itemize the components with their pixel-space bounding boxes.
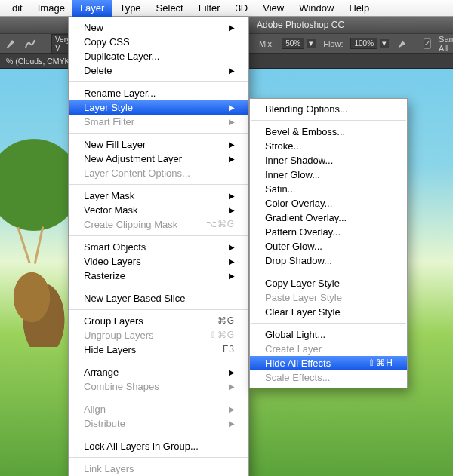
layer-menu-item[interactable]: New Fill Layer▶ [69, 137, 248, 152]
layer-menu-item[interactable]: Delete▶ [69, 63, 248, 78]
menu-select[interactable]: Select [149, 0, 191, 17]
menu-item-label: Hide All Effects [265, 356, 331, 370]
submenu-arrow-icon: ▶ [229, 152, 235, 166]
document-tab-label: % (Clouds, CMYK [6, 57, 70, 66]
layer-style-menu-item[interactable]: Bevel & Emboss... [250, 124, 407, 139]
menu-item-label: Create Clipping Mask [84, 217, 177, 232]
tool-icon[interactable] [5, 37, 17, 51]
layer-menu-item[interactable]: Smart Objects▶ [69, 240, 248, 254]
menu-shortcut: F3 [223, 342, 235, 357]
menu-item-label: Rename Layer... [84, 86, 156, 100]
menu-separator [69, 184, 248, 185]
layer-style-menu-item[interactable]: Copy Layer Style [250, 276, 407, 290]
menu-item-label: Smart Objects [84, 240, 146, 254]
submenu-arrow-icon: ▶ [229, 189, 235, 203]
submenu-arrow-icon: ▶ [229, 115, 235, 129]
submenu-arrow-icon: ▶ [229, 137, 235, 152]
submenu-arrow-icon: ▶ [229, 100, 235, 115]
menu-view[interactable]: View [255, 0, 291, 17]
menu-help[interactable]: Help [341, 0, 377, 17]
layer-menu-item[interactable]: New Layer Based Slice [69, 291, 248, 306]
layer-menu-item[interactable]: Rasterize▶ [69, 269, 248, 283]
menu-filter[interactable]: Filter [191, 0, 228, 17]
menu-item-label: New Layer Based Slice [84, 291, 185, 306]
menu-item-label: Hide Layers [84, 342, 136, 357]
layer-style-menu-item[interactable]: Satin... [250, 182, 407, 196]
layer-style-menu-item[interactable]: Inner Shadow... [250, 153, 407, 167]
menu-image[interactable]: Image [30, 0, 72, 17]
layer-menu-item[interactable]: Rename Layer... [69, 86, 248, 100]
menu-shortcut: ⌘G [217, 314, 235, 328]
menu-item-label: Rasterize [84, 269, 125, 283]
layer-style-menu-item[interactable]: Color Overlay... [250, 196, 407, 210]
layer-menu-item[interactable]: Vector Mask▶ [69, 203, 248, 217]
menu-item-label: Clear Layer Style [265, 305, 341, 319]
layer-menu-item[interactable]: Lock All Layers in Group... [69, 439, 248, 453]
layer-style-submenu: Blending Options...Bevel & Emboss...Stro… [249, 98, 408, 388]
menu-item-label: Link Layers [84, 462, 134, 476]
layer-style-menu-item[interactable]: Hide All Effects⇧⌘H [250, 356, 407, 370]
layer-style-menu-item[interactable]: Outer Glow... [250, 239, 407, 253]
sample-all-checkbox[interactable] [424, 38, 431, 49]
menu-type[interactable]: Type [112, 0, 148, 17]
layer-style-menu-item[interactable]: Inner Glow... [250, 167, 407, 182]
layer-menu-item[interactable]: Group Layers⌘G [69, 314, 248, 328]
menu-item-label: Ungroup Layers [84, 328, 154, 342]
menu-item-label: Paste Layer Style [265, 290, 342, 305]
menu-layer[interactable]: Layer [72, 0, 112, 17]
layer-menu-item: Align▶ [69, 402, 248, 416]
menu-item-label: Video Layers [84, 254, 141, 269]
menu-item-label: Inner Glow... [265, 167, 320, 182]
layer-menu-item[interactable]: Copy CSS [69, 35, 248, 49]
menu-item-label: Distribute [84, 416, 125, 431]
menu-item-label: Combine Shapes [84, 379, 159, 394]
layer-menu-item[interactable]: Video Layers▶ [69, 254, 248, 269]
layer-menu-item: Create Clipping Mask⌥⌘G [69, 217, 248, 232]
chevron-down-icon: ▾ [380, 39, 389, 48]
menu-window[interactable]: Window [291, 0, 341, 17]
layer-menu-item[interactable]: New Adjustment Layer▶ [69, 152, 248, 166]
layer-menu-item[interactable]: Duplicate Layer... [69, 49, 248, 63]
layer-menu-item[interactable]: Hide LayersF3 [69, 342, 248, 357]
layer-style-menu-item: Create Layer [250, 342, 407, 356]
menu-edit[interactable]: dit [5, 0, 30, 17]
menubar: dit Image Layer Type Select Filter 3D Vi… [0, 0, 453, 17]
layer-style-menu-item[interactable]: Blending Options... [250, 102, 407, 116]
mix-dropdown[interactable]: 50% ▾ [282, 38, 316, 49]
layer-style-menu-item[interactable]: Gradient Overlay... [250, 210, 407, 225]
menu-item-label: Gradient Overlay... [265, 210, 347, 225]
layer-menu-item[interactable]: Arrange▶ [69, 365, 248, 379]
menu-shortcut: ⌥⌘G [206, 217, 235, 232]
layer-menu-item[interactable]: Layer Mask▶ [69, 189, 248, 203]
layer-style-menu-item[interactable]: Clear Layer Style [250, 305, 407, 319]
submenu-arrow-icon: ▶ [229, 63, 235, 78]
menu-3d[interactable]: 3D [228, 0, 256, 17]
menu-separator [69, 309, 248, 310]
layer-style-menu-item[interactable]: Global Light... [250, 327, 407, 342]
submenu-arrow-icon: ▶ [229, 379, 235, 394]
menu-separator [69, 287, 248, 287]
layer-style-menu-item[interactable]: Stroke... [250, 139, 407, 153]
menu-item-label: Lock All Layers in Group... [84, 439, 199, 453]
layer-style-menu-item: Scale Effects... [250, 370, 407, 385]
layer-style-menu-item[interactable]: Pattern Overlay... [250, 225, 407, 239]
layer-menu-item: Smart Filter▶ [69, 115, 248, 129]
menu-separator [251, 120, 406, 121]
flow-dropdown[interactable]: 100% ▾ [350, 38, 389, 49]
menu-item-label: New Fill Layer [84, 137, 146, 152]
brush-preset-icon[interactable] [24, 37, 36, 51]
menu-separator [251, 323, 406, 324]
menu-item-label: Copy CSS [84, 35, 130, 49]
layer-menu-item[interactable]: Layer Style▶ [69, 100, 248, 115]
layer-menu-item[interactable]: New▶ [69, 20, 248, 35]
menu-separator [69, 457, 248, 458]
layer-style-menu-item[interactable]: Drop Shadow... [250, 253, 407, 268]
layer-menu: New▶Copy CSSDuplicate Layer...Delete▶Ren… [68, 17, 249, 476]
flow-value: 100% [350, 38, 378, 49]
menu-item-label: New [84, 20, 103, 35]
menu-item-label: Copy Layer Style [265, 276, 340, 290]
menu-shortcut: ⇧⌘G [209, 328, 235, 342]
submenu-arrow-icon: ▶ [229, 240, 235, 254]
airbrush-icon[interactable] [396, 37, 408, 51]
menu-separator [251, 272, 406, 272]
